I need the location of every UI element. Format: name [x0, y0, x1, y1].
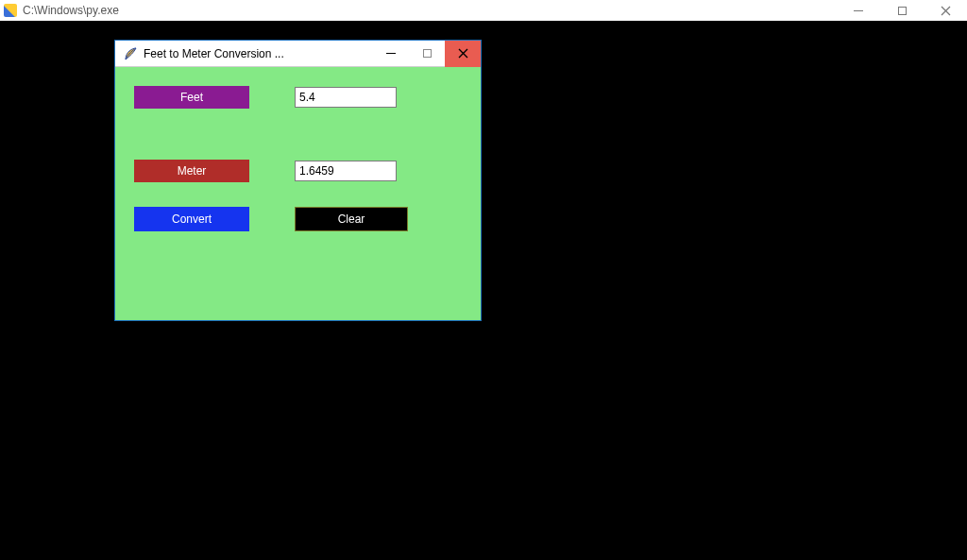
convert-button[interactable]: Convert [134, 207, 249, 231]
feet-label: Feet [134, 86, 249, 109]
tk-minimize-button[interactable] [373, 41, 409, 67]
feet-input[interactable] [295, 87, 397, 108]
tk-maximize-button[interactable] [409, 41, 445, 67]
console-sysbuttons [837, 0, 967, 21]
python-icon [4, 4, 17, 17]
clear-button[interactable]: Clear [295, 207, 408, 231]
console-minimize-button[interactable] [837, 0, 880, 21]
console-close-button[interactable] [924, 0, 967, 21]
tk-window: Feet to Meter Conversion ... Feet Meter [114, 40, 482, 321]
tk-close-button[interactable] [445, 41, 481, 67]
meter-input[interactable] [295, 161, 397, 181]
tk-sysbuttons [373, 41, 481, 67]
console-title: C:\Windows\py.exe [23, 4, 119, 17]
tk-titlebar[interactable]: Feet to Meter Conversion ... [115, 41, 481, 67]
tk-window-title: Feet to Meter Conversion ... [144, 47, 284, 60]
console-maximize-button[interactable] [880, 0, 924, 21]
console-titlebar: C:\Windows\py.exe [0, 0, 967, 21]
action-row: Convert Clear [134, 207, 397, 231]
form: Feet Meter Convert Clear [115, 67, 481, 233]
meter-label: Meter [134, 160, 249, 182]
console-area: Feet to Meter Conversion ... Feet Meter [0, 21, 967, 560]
tk-feather-icon [123, 46, 138, 61]
